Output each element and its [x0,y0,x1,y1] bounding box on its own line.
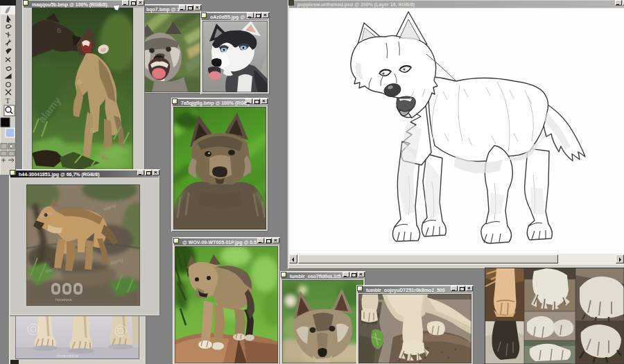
svg-text:dreamstime: dreamstime [57,354,79,358]
svg-text:T: T [6,97,10,105]
svg-text:fotostock: fotostock [55,297,73,302]
svg-text:Б: Б [90,127,95,134]
svg-text:Б: Б [78,78,83,85]
svg-text:Б: Б [101,46,106,53]
svg-text:Б: Б [57,27,62,34]
